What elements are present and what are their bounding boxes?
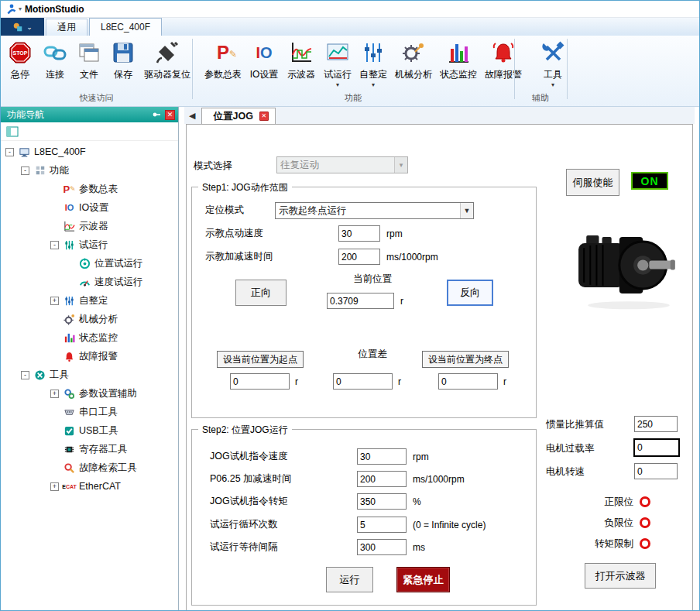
trial-wait-interval-input[interactable]: [357, 539, 407, 555]
run-button[interactable]: 运行: [326, 567, 373, 592]
tree-item-param-assist[interactable]: + 参数设置辅助: [1, 384, 178, 403]
autotune-icon: [360, 39, 386, 66]
end-position-input[interactable]: [438, 373, 498, 390]
oscilloscope-button[interactable]: 示波器: [283, 37, 320, 81]
app-menu-tab[interactable]: ⌄: [1, 18, 44, 36]
mode-select[interactable]: 往复运动 ▾: [276, 156, 408, 173]
step2-group: Step2: 位置JOG运行 JOG试机指令速度 rpm P06.25 加减速时…: [191, 429, 537, 606]
motionstudio-window: ▾ MotionStudio ⌄ 通用 L8EC_400F STOP 急停: [0, 0, 700, 611]
tools-dropdown-icon[interactable]: ▾: [551, 82, 554, 88]
tree-item-functions[interactable]: - 功能: [1, 161, 178, 180]
drive-reset-button[interactable]: 驱动器复位: [140, 37, 194, 81]
expand-toggle[interactable]: +: [50, 390, 59, 398]
tree-item-fault-alarm[interactable]: 故障报警: [1, 347, 178, 366]
positioning-mode-label: 定位模式: [205, 202, 244, 218]
set-start-button[interactable]: 设当前位置为起点: [217, 351, 304, 368]
current-position-input[interactable]: [327, 293, 394, 309]
end-position-unit: r: [503, 376, 506, 387]
teach-accel-unit: ms/1000rpm: [386, 252, 438, 263]
expand-toggle[interactable]: +: [50, 297, 59, 305]
tree-item-io-settings[interactable]: IO IO设置: [1, 198, 178, 217]
jog-command-torque-input[interactable]: [357, 493, 407, 510]
tree-item-mechanical-analysis[interactable]: 机械分析: [1, 310, 178, 328]
expand-toggle[interactable]: -: [50, 241, 59, 249]
fault-alarm-button[interactable]: 故障报警: [481, 37, 526, 81]
tree-item-autotune[interactable]: + 自整定: [1, 291, 178, 310]
expand-toggle[interactable]: +: [50, 482, 59, 491]
reverse-button[interactable]: 反向: [447, 280, 493, 306]
negative-limit-indicator: [640, 517, 650, 528]
status-monitor-icon: [445, 39, 472, 66]
positioning-mode-select[interactable]: 示教起终点运行 ▼: [275, 202, 474, 219]
emergency-stop-button[interactable]: 紧急停止: [396, 567, 450, 592]
tree-item-speed-trial[interactable]: 速度试运行: [1, 273, 178, 291]
parameter-table-icon: P✎: [63, 183, 76, 196]
tree-item-fault-search-tool[interactable]: 故障检索工具: [1, 458, 178, 477]
tree-item-usb-tool[interactable]: USB工具: [1, 421, 178, 440]
tree-item-device[interactable]: - L8EC_400F: [1, 142, 178, 161]
step2-title: Step2: 位置JOG运行: [198, 424, 292, 437]
servo-enable-button[interactable]: 伺服使能: [566, 169, 619, 196]
fault-alarm-icon: [490, 39, 516, 66]
io-settings-icon: IO: [63, 201, 76, 215]
trial-cycle-count-input[interactable]: [357, 517, 407, 533]
jog-command-speed-input[interactable]: [357, 448, 407, 465]
save-button[interactable]: 保存: [106, 37, 140, 81]
autotune-button[interactable]: 自整定 ▾: [355, 37, 391, 88]
trial-run-icon: [324, 39, 351, 66]
emergency-stop-icon: STOP: [7, 39, 33, 66]
device-icon: [18, 146, 31, 159]
mechanical-analysis-button[interactable]: 机械分析: [391, 37, 436, 81]
expand-toggle[interactable]: -: [21, 371, 29, 379]
expand-toggle[interactable]: -: [21, 166, 29, 175]
accel-decel-time-input[interactable]: [357, 471, 407, 487]
positive-limit-label: 正限位: [578, 494, 633, 510]
tree-item-position-trial[interactable]: 位置试运行: [1, 254, 178, 273]
tree-item-register-tool[interactable]: 寄存器工具: [1, 440, 178, 458]
trial-run-dropdown-icon[interactable]: ▾: [336, 82, 339, 88]
status-monitor-button[interactable]: 状态监控: [436, 37, 481, 81]
app-menu-icon: [12, 22, 23, 33]
set-end-button[interactable]: 设当前位置为终点: [422, 351, 509, 368]
pin-icon[interactable]: [151, 109, 162, 120]
wait-interval-row: 试运行等待间隔 ms: [210, 539, 425, 555]
teach-jog-speed-unit: rpm: [386, 228, 403, 239]
teach-accel-input[interactable]: [338, 249, 380, 265]
panel-layout-icon[interactable]: [5, 125, 19, 138]
emergency-stop-button[interactable]: STOP 急停: [2, 37, 38, 81]
tab-position-jog[interactable]: 位置JOG ✕: [201, 108, 275, 124]
tab-general[interactable]: 通用: [46, 19, 88, 36]
tree-item-oscilloscope[interactable]: 示波器: [1, 217, 178, 235]
step1-group: Step1: JOG动作范围 定位模式 示教起终点运行 ▼ 示教点动速度 rpm…: [191, 187, 537, 418]
parameter-table-button[interactable]: P✎ 参数总表: [201, 37, 245, 81]
trial-run-button[interactable]: 试运行 ▾: [320, 37, 355, 88]
function-nav-header: 功能导航 ✕: [1, 107, 178, 122]
tree-item-tools[interactable]: - 工具: [1, 366, 178, 384]
tree-item-serial-tool[interactable]: 串口工具: [1, 403, 178, 421]
forward-button[interactable]: 正向: [235, 280, 287, 306]
cycle-count-row: 试运行循环次数 (0 = Infinite cycle): [210, 517, 486, 533]
position-diff-input[interactable]: [333, 373, 393, 390]
tree-item-parameter-table[interactable]: P✎ 参数总表: [1, 180, 178, 198]
title-bar: ▾ MotionStudio: [1, 1, 700, 18]
tab-scroll-left-icon[interactable]: ◀: [189, 111, 195, 121]
close-panel-icon[interactable]: ✕: [165, 110, 175, 120]
close-tab-icon[interactable]: ✕: [259, 112, 269, 121]
quick-access-caret-icon[interactable]: ▾: [19, 5, 22, 12]
io-settings-button[interactable]: IO IO设置: [245, 37, 283, 81]
function-tree: - L8EC_400F - 功能 P✎ 参数总表 IO IO设置: [1, 141, 178, 496]
file-button[interactable]: 文件: [72, 37, 106, 81]
tree-item-ethercat[interactable]: + ECAT EtherCAT: [1, 477, 178, 496]
tools-button[interactable]: 工具 ▾: [535, 37, 571, 88]
tab-device[interactable]: L8EC_400F: [89, 18, 162, 36]
start-position-input[interactable]: [230, 373, 290, 390]
connect-button[interactable]: 连接: [38, 37, 72, 81]
tree-item-trial-run[interactable]: - 试运行: [1, 235, 178, 254]
teach-jog-speed-input[interactable]: [338, 225, 380, 242]
open-oscilloscope-button[interactable]: 打开示波器: [585, 563, 656, 589]
speed-trial-icon: [78, 276, 91, 289]
tree-item-status-monitor[interactable]: 状态监控: [1, 328, 178, 347]
autotune-dropdown-icon[interactable]: ▾: [372, 82, 375, 88]
save-icon: [110, 39, 136, 66]
expand-toggle[interactable]: -: [5, 148, 14, 156]
